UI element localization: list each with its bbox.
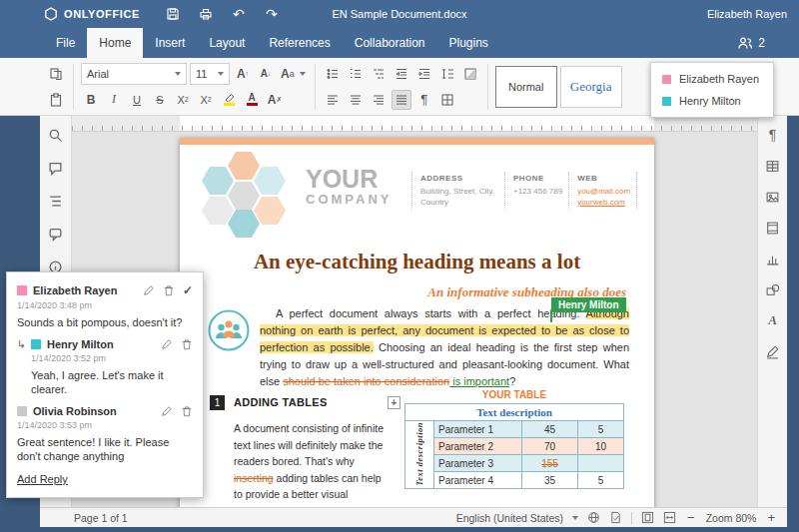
add-reply-link[interactable]: Add Reply <box>17 473 68 485</box>
header-footer-settings-icon[interactable] <box>764 219 782 237</box>
document-heading: An eye-catching heading means a lot <box>180 250 654 274</box>
align-center-button[interactable] <box>346 90 366 110</box>
font-name-select[interactable]: Arial <box>81 63 187 85</box>
font-color-button[interactable]: A <box>242 90 262 110</box>
style-georgia[interactable]: Georgia <box>560 66 622 108</box>
subscript-button[interactable]: X2 <box>173 90 193 110</box>
comments-icon[interactable] <box>47 159 65 177</box>
table-settings-icon[interactable] <box>764 157 782 175</box>
align-right-button[interactable] <box>369 90 389 110</box>
zoom-in-button[interactable]: + <box>765 510 777 525</box>
paragraph-settings-icon[interactable]: ¶ <box>764 126 782 144</box>
bullet-list-button[interactable] <box>323 64 343 84</box>
numbered-list-button[interactable] <box>346 64 366 84</box>
document-table[interactable]: Text description Text description Parame… <box>404 403 624 489</box>
text-art-settings-icon[interactable]: A <box>764 311 782 329</box>
image-settings-icon[interactable] <box>764 188 782 206</box>
delete-comment-button[interactable] <box>181 405 193 417</box>
edit-comment-button[interactable] <box>143 284 155 296</box>
tab-references[interactable]: References <box>257 28 342 58</box>
style-label: Normal <box>508 81 543 93</box>
multilevel-list-button[interactable] <box>369 64 389 84</box>
user-list-item[interactable]: Henry Milton <box>651 90 773 112</box>
decrease-font-button[interactable]: A↓ <box>256 64 276 84</box>
redo-button[interactable]: ↷ <box>263 5 281 23</box>
style-normal[interactable]: Normal <box>495 66 557 108</box>
tab-file[interactable]: File <box>44 28 87 58</box>
paragraph-shading-button[interactable] <box>460 64 480 84</box>
italic-button[interactable]: I <box>104 90 124 110</box>
increase-font-button[interactable]: A↑ <box>233 64 253 84</box>
table-row: Parameter 3 155 <box>405 455 624 472</box>
table-side-cell[interactable]: Text description <box>405 421 434 489</box>
set-language-button[interactable] <box>587 511 600 524</box>
table-cell[interactable]: 5 <box>578 421 624 438</box>
change-case-button[interactable]: Aa <box>279 64 308 84</box>
tab-plugins[interactable]: Plugins <box>437 28 500 58</box>
resolve-comment-button[interactable]: ✓ <box>183 283 193 297</box>
table-move-handle[interactable]: + <box>388 396 400 409</box>
tab-collaboration[interactable]: Collaboration <box>343 28 437 58</box>
table-cell[interactable]: 155 <box>522 455 578 472</box>
strikethrough-button[interactable]: S <box>150 90 170 110</box>
users-button[interactable]: 2 <box>737 28 765 58</box>
fit-width-button[interactable] <box>663 511 676 524</box>
table-cell[interactable]: Parameter 1 <box>434 421 522 438</box>
signature-settings-icon[interactable] <box>764 342 782 360</box>
table-cell[interactable]: Parameter 4 <box>434 472 522 489</box>
table-cell[interactable]: 35 <box>522 472 578 489</box>
underline-button[interactable]: U <box>127 90 147 110</box>
paste-button[interactable] <box>46 90 66 110</box>
document-page[interactable]: YOUR COMPANY ADDRESS Building, Street, C… <box>180 138 654 507</box>
user-list-item[interactable]: Elizabeth Rayen <box>651 68 773 90</box>
copy-button[interactable] <box>46 64 66 84</box>
increase-indent-button[interactable] <box>414 64 434 84</box>
section-paragraph[interactable]: A document consisting of infinite text l… <box>234 420 387 507</box>
table-row: Parameter 2 70 10 <box>405 438 624 455</box>
tab-layout[interactable]: Layout <box>197 28 257 58</box>
contact-phone: PHONE +123 456 789 <box>504 172 568 210</box>
edit-comment-button[interactable] <box>161 405 173 417</box>
phone-label: PHONE <box>513 174 562 183</box>
language-selector[interactable]: English (United States) <box>456 512 578 524</box>
clear-style-button[interactable]: A✗ <box>265 90 285 110</box>
app-name: ONLYOFFICE <box>64 8 140 20</box>
save-button[interactable] <box>164 5 182 23</box>
nonprinting-characters-button[interactable]: ¶ <box>414 90 434 110</box>
fit-page-button[interactable] <box>641 511 654 524</box>
table-cell[interactable]: Parameter 2 <box>434 438 522 455</box>
body-paragraph[interactable]: A perfect document always starts with a … <box>260 305 629 390</box>
chart-settings-icon[interactable] <box>764 250 782 267</box>
table-cell[interactable]: Parameter 3 <box>434 455 522 472</box>
navigation-icon[interactable] <box>47 192 65 210</box>
table-cell[interactable]: 10 <box>578 438 624 455</box>
delete-comment-button[interactable] <box>181 338 193 350</box>
borders-button[interactable] <box>437 90 457 110</box>
undo-button[interactable]: ↶ <box>230 5 248 23</box>
search-icon[interactable] <box>47 126 65 144</box>
highlight-color-button[interactable] <box>219 90 239 110</box>
table-cell[interactable]: 5 <box>578 472 624 489</box>
decrease-indent-button[interactable] <box>392 64 411 84</box>
tab-home[interactable]: Home <box>87 28 143 58</box>
delete-comment-button[interactable] <box>163 284 175 296</box>
line-spacing-button[interactable] <box>437 64 457 84</box>
align-left-button[interactable] <box>323 90 343 110</box>
horizontal-ruler[interactable] <box>72 116 757 132</box>
shape-settings-icon[interactable] <box>764 280 782 298</box>
tab-insert[interactable]: Insert <box>143 28 197 58</box>
spell-check-button[interactable] <box>609 511 622 524</box>
zoom-out-button[interactable]: − <box>685 510 697 525</box>
table-cell[interactable]: 45 <box>522 421 578 438</box>
bold-button[interactable]: B <box>81 90 101 110</box>
font-size-select[interactable]: 11 <box>190 63 230 85</box>
edit-comment-button[interactable] <box>161 338 173 350</box>
superscript-button[interactable]: X2 <box>196 90 216 110</box>
align-justify-button[interactable] <box>392 90 411 110</box>
table-header-cell[interactable]: Text description <box>405 404 624 421</box>
print-button[interactable] <box>197 5 215 23</box>
table-cell[interactable]: 70 <box>522 438 578 455</box>
chat-icon[interactable] <box>47 225 65 243</box>
table-cell[interactable] <box>578 455 624 472</box>
app-window: ONLYOFFICE ↶ ↷ EN Sample Document.docx E… <box>0 0 799 532</box>
